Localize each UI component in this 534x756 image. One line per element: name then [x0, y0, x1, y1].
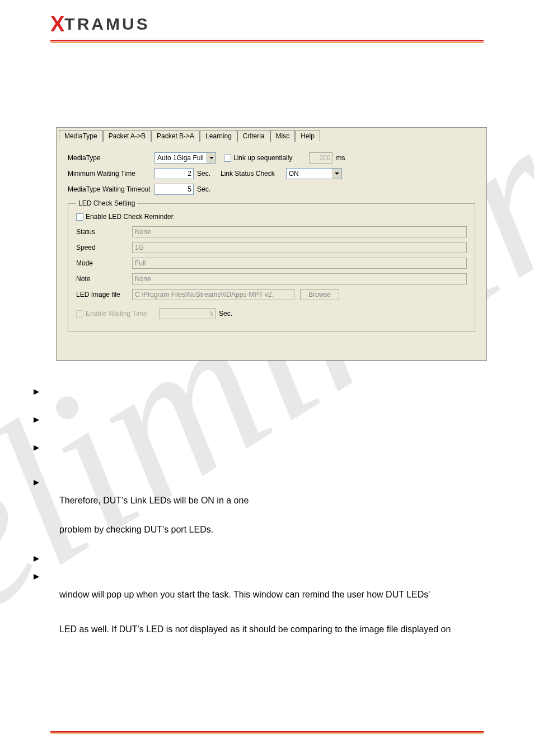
logo: XTRAMUS — [0, 0, 534, 36]
bullet-icon — [34, 439, 49, 457]
linkstatus-value: ON — [289, 170, 299, 178]
status-label: Status — [76, 228, 132, 236]
status-input — [132, 226, 467, 237]
bullet-icon — [34, 411, 49, 429]
bullet-icon — [34, 383, 49, 401]
linkup-seq-label: Link up sequentially — [233, 154, 292, 162]
header-rule-red — [50, 40, 484, 41]
mode-label: Mode — [76, 259, 132, 267]
mediatype-select[interactable]: Auto 1Giga Full — [154, 152, 216, 164]
tab-mediatype[interactable]: MediaType — [59, 130, 103, 142]
logo-x: X — [50, 12, 64, 36]
linkup-seq-checkbox[interactable] — [224, 155, 231, 162]
enable-led-label: Enable LED Check Reminder — [86, 213, 174, 221]
speed-label: Speed — [76, 244, 132, 251]
form-area: MediaType Auto 1Giga Full Link up sequen… — [57, 142, 486, 338]
tab-label: Packet B->A — [157, 132, 194, 140]
bullet-icon — [34, 568, 49, 586]
dropdown-icon — [207, 153, 216, 163]
svg-marker-5 — [34, 445, 39, 451]
enable-wait-label: Enable Waiting Time — [86, 310, 160, 318]
minwait-unit: Sec. — [197, 170, 210, 178]
bullet-icon — [34, 474, 49, 492]
linkup-seq-input[interactable] — [309, 152, 332, 164]
tab-label: Learning — [205, 132, 232, 140]
mode-input — [132, 258, 467, 269]
svg-marker-7 — [34, 556, 39, 562]
body-line-3: window will pop up when you start the ta… — [59, 586, 500, 604]
svg-marker-3 — [34, 389, 39, 395]
svg-marker-6 — [34, 480, 39, 486]
tab-label: Criteria — [243, 132, 265, 140]
linkstatus-label: Link Status Check — [221, 170, 275, 178]
body-line-2: problem by checking DUT's port LEDs. — [59, 521, 500, 539]
header-rule-orange — [50, 42, 484, 43]
speed-input — [132, 242, 467, 253]
footer-rule — [50, 731, 484, 734]
mediatimeout-unit: Sec. — [197, 185, 210, 193]
linkstatus-select[interactable]: ON — [286, 168, 342, 179]
mediatimeout-label: MediaType Waiting Timeout — [68, 185, 154, 193]
mediatype-label: MediaType — [68, 154, 154, 162]
enable-led-checkbox[interactable] — [76, 213, 83, 221]
logo-rest: TRAMUS — [64, 15, 149, 33]
tab-packet-ab[interactable]: Packet A->B — [103, 130, 151, 142]
body-text: Therefore, DUT's Link LEDs will be ON in… — [34, 383, 500, 638]
tab-criteria[interactable]: Criteria — [237, 130, 270, 142]
tab-label: MediaType — [64, 132, 97, 140]
note-input — [132, 273, 467, 284]
enable-wait-checkbox[interactable] — [76, 310, 83, 318]
led-check-fieldset: LED Check Setting Enable LED Check Remin… — [68, 199, 475, 332]
browse-label: Browse — [308, 291, 331, 298]
enable-wait-unit: Sec. — [219, 310, 232, 318]
note-label: Note — [76, 275, 132, 283]
svg-marker-1 — [209, 157, 214, 159]
ledimage-label: LED Image file — [76, 291, 132, 298]
mediatype-value: Auto 1Giga Full — [157, 154, 204, 162]
linkup-seq-unit: ms — [336, 154, 345, 162]
tab-help[interactable]: Help — [295, 130, 320, 142]
tab-label: Help — [301, 132, 315, 140]
enable-wait-input — [160, 308, 216, 319]
tab-label: Misc — [276, 132, 290, 140]
dropdown-icon — [332, 169, 341, 179]
tab-packet-ba[interactable]: Packet B->A — [151, 130, 200, 142]
bullet-icon — [34, 550, 49, 568]
settings-panel: MediaType Packet A->B Packet B->A Learni… — [56, 127, 487, 361]
svg-marker-8 — [34, 574, 39, 580]
led-legend: LED Check Setting — [76, 199, 137, 207]
tab-learning[interactable]: Learning — [200, 130, 237, 142]
ledimage-input — [132, 289, 294, 300]
body-line-1: Therefore, DUT's Link LEDs will be ON in… — [59, 492, 500, 510]
mediatimeout-input[interactable] — [154, 184, 194, 195]
minwait-input[interactable] — [154, 168, 194, 179]
minwait-label: Minimum Waiting Time — [68, 170, 154, 178]
tab-label: Packet A->B — [109, 132, 146, 140]
tab-misc[interactable]: Misc — [270, 130, 296, 142]
browse-button[interactable]: Browse — [300, 289, 339, 300]
body-line-4: LED as well. If DUT's LED is not display… — [59, 620, 500, 638]
svg-marker-4 — [34, 417, 39, 423]
svg-marker-2 — [335, 172, 339, 175]
tab-bar: MediaType Packet A->B Packet B->A Learni… — [57, 128, 486, 142]
